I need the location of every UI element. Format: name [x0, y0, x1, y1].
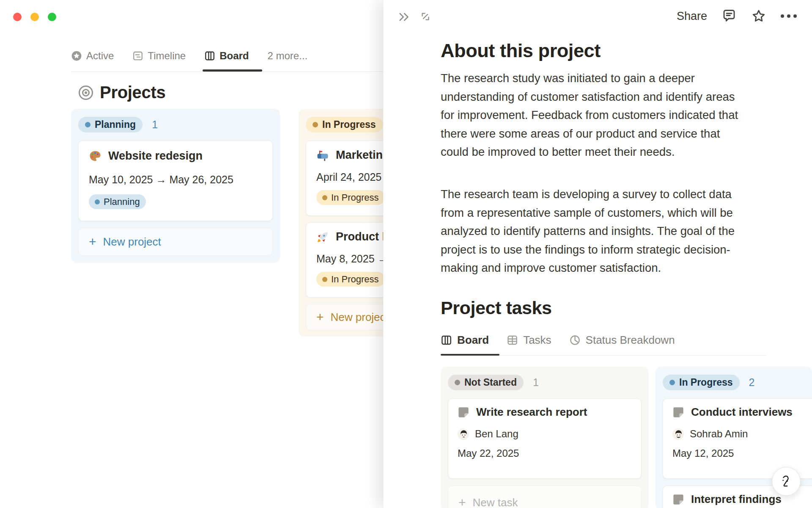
double-chevron-right-icon[interactable]	[397, 10, 411, 24]
card-title: Conduct interviews	[691, 406, 793, 419]
star-circle-icon	[71, 50, 82, 61]
column-header: Not Started 1	[448, 374, 642, 391]
view-tab-label: Board	[219, 50, 249, 62]
comment-icon[interactable]	[721, 8, 737, 24]
rocket-icon	[316, 231, 329, 243]
share-button[interactable]: Share	[677, 10, 707, 23]
board-icon	[204, 50, 215, 61]
task-card-conduct-interviews[interactable]: Conduct interviews Sohrab Amin May 12, 2…	[663, 398, 812, 479]
new-project-button[interactable]: + New project	[78, 228, 273, 256]
assignee-row: Ben Lang	[458, 428, 632, 440]
assignee-name: Ben Lang	[475, 428, 518, 440]
timeline-icon	[132, 50, 143, 61]
close-window-button[interactable]	[13, 13, 22, 21]
new-task-button[interactable]: + New task	[448, 486, 642, 508]
status-badge-in-progress[interactable]: In Progress	[663, 375, 740, 390]
tasks-tab-board[interactable]: Board	[441, 334, 489, 347]
minimize-window-button[interactable]	[30, 13, 39, 21]
zoom-window-button[interactable]	[48, 13, 56, 21]
status-badge-planning[interactable]: Planning	[78, 117, 143, 133]
card-date-range: May 10, 2025 → May 26, 2025	[89, 174, 262, 186]
more-icon[interactable]	[781, 14, 797, 18]
tasks-tab-status-breakdown[interactable]: Status Breakdown	[569, 334, 675, 347]
target-icon	[79, 86, 93, 100]
status-label: In Progress	[322, 119, 376, 130]
plus-icon: +	[89, 235, 96, 248]
mailbox-icon	[316, 149, 329, 162]
tasks-tab-tasks[interactable]: Tasks	[507, 334, 551, 347]
note-icon	[458, 406, 469, 418]
about-heading: About this project	[441, 40, 601, 62]
note-icon	[672, 406, 684, 418]
plus-icon: +	[458, 496, 466, 508]
status-dot	[85, 122, 91, 127]
expand-icon[interactable]	[419, 10, 433, 24]
assignee-row: Sohrab Amin	[672, 428, 812, 440]
view-tab-label: Timeline	[148, 50, 186, 62]
status-dot	[669, 380, 675, 385]
status-badge-in-progress[interactable]: In Progress	[306, 117, 383, 133]
tab-label: Tasks	[523, 334, 551, 347]
card-date: May 12, 2025	[672, 447, 812, 459]
tab-label: Board	[457, 334, 489, 347]
board-icon	[441, 334, 452, 346]
view-tab-more[interactable]: 2 more...	[268, 50, 308, 62]
card-title: Interpret findings	[691, 493, 782, 506]
database-view-tabs: Active Timeline Board 2 more...	[71, 46, 326, 66]
active-tab-underline	[441, 354, 499, 356]
task-card-write-research-report[interactable]: Write research report Ben Lang May 22, 2…	[448, 398, 642, 479]
column-count: 2	[749, 376, 755, 389]
column-header: Planning 1	[78, 116, 273, 133]
tabs-divider	[71, 72, 384, 72]
note-icon	[672, 494, 684, 505]
status-label: In Progress	[679, 377, 733, 388]
view-tab-active[interactable]: Active	[71, 50, 114, 62]
board-column-planning: Planning 1 Website redesign May 10, 2025…	[71, 109, 280, 263]
status-label: Not Started	[464, 377, 517, 388]
about-paragraph-1: The research study was initiated to gain…	[441, 69, 739, 161]
new-task-label: New task	[473, 496, 518, 508]
status-label: Planning	[95, 119, 136, 130]
column-count: 1	[152, 119, 158, 131]
status-badge-not-started[interactable]: Not Started	[448, 375, 524, 390]
side-peek-panel: Share About this project The research st…	[383, 0, 812, 508]
ai-assistant-button[interactable]	[772, 467, 801, 496]
avatar-sohrab-amin	[672, 428, 684, 440]
card-status-tag: Planning	[89, 194, 146, 209]
card-title: Write research report	[476, 406, 587, 419]
plus-icon: +	[316, 311, 324, 323]
star-icon[interactable]	[751, 8, 766, 24]
status-dot	[313, 122, 318, 127]
notion-ai-face-icon	[778, 473, 795, 490]
app-window: Active Timeline Board 2 more... Projects	[0, 0, 812, 508]
new-project-label: New project	[331, 311, 389, 324]
view-tab-label: Active	[86, 50, 114, 62]
pie-chart-icon	[569, 334, 581, 346]
column-count: 1	[533, 376, 539, 389]
project-card-website-redesign[interactable]: Website redesign May 10, 2025 → May 26, …	[78, 141, 273, 221]
card-status-tag: In Progress	[316, 272, 385, 287]
card-status-tag: In Progress	[316, 190, 385, 205]
status-dot	[322, 277, 327, 282]
assignee-name: Sohrab Amin	[690, 428, 748, 440]
card-date: May 22, 2025	[458, 447, 632, 459]
window-controls	[13, 13, 56, 21]
page-header: Projects	[79, 83, 165, 102]
card-title: Website redesign	[108, 149, 203, 163]
tab-label: Status Breakdown	[586, 334, 675, 347]
view-tab-label: 2 more...	[268, 50, 308, 62]
peek-toolbar: Share	[677, 8, 797, 24]
active-tab-underline	[203, 69, 262, 72]
project-tasks-heading: Project tasks	[441, 298, 552, 318]
avatar-ben-lang	[458, 428, 469, 440]
view-tab-board[interactable]: Board	[204, 50, 249, 62]
board-column-not-started: Not Started 1 Write research report Ben …	[441, 367, 649, 508]
status-dot	[322, 195, 327, 200]
view-tab-timeline[interactable]: Timeline	[132, 50, 186, 62]
page-title: Projects	[100, 83, 165, 102]
column-header: In Progress 2	[663, 374, 805, 391]
new-project-label: New project	[103, 235, 161, 248]
status-dot	[455, 380, 460, 385]
tasks-view-tabs: Board Tasks Status Breakdown	[441, 334, 693, 347]
about-paragraph-2: The research team is developing a survey…	[441, 185, 739, 277]
